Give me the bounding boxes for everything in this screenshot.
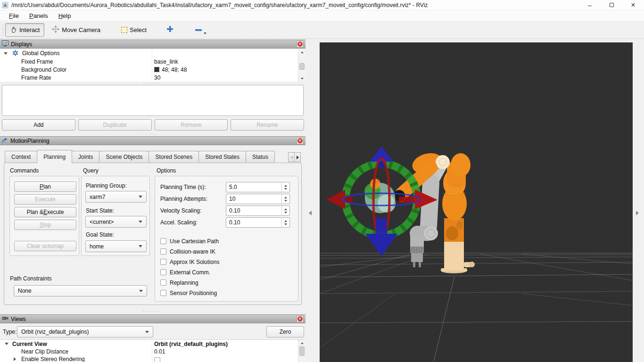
accel-scaling-spinbox[interactable]: 0.10 — [226, 217, 290, 228]
tab-scroll-right-icon[interactable] — [294, 152, 301, 162]
query-group-box: Planning Group: xarm7 Start State: <curr… — [81, 176, 150, 256]
planning-group-combo[interactable]: xarm7 — [85, 191, 147, 203]
views-close-button[interactable]: × — [297, 315, 304, 322]
remove-tool-button[interactable] — [190, 23, 211, 37]
plan-and-execute-button[interactable]: Plan & Execute — [14, 207, 76, 217]
splitter-handle[interactable] — [142, 311, 159, 312]
tab-joints[interactable]: Joints — [72, 151, 99, 163]
splitter-handle[interactable] — [142, 82, 159, 84]
displays-button-row: Add Duplicate Remove Rename — [2, 119, 304, 131]
displays-scrollbar[interactable] — [298, 49, 305, 82]
views-scrollbar[interactable] — [298, 340, 305, 362]
collapsed-arrow-icon[interactable] — [14, 357, 16, 361]
zero-button[interactable]: Zero — [266, 326, 304, 337]
combo-arrow-icon — [139, 196, 142, 198]
displays-close-button[interactable]: × — [297, 41, 304, 48]
menu-file[interactable]: File — [4, 11, 24, 20]
views-type-combo[interactable]: Orbit (rviz_default_plugins) — [17, 326, 153, 337]
menu-panels[interactable]: Panels — [24, 11, 53, 20]
path-constraints-label: Path Constraints — [10, 275, 52, 282]
rename-display-button[interactable]: Rename — [231, 119, 304, 131]
execute-button[interactable]: Execute — [14, 194, 76, 205]
tab-planning[interactable]: Planning — [37, 150, 72, 163]
tab-scroll-left-icon[interactable] — [288, 152, 295, 162]
checkbox-icon[interactable] — [154, 357, 160, 362]
planning-time-spinbox[interactable]: 5.0 — [226, 182, 290, 192]
remove-display-button[interactable]: Remove — [155, 119, 228, 131]
spinner-arrows-icon — [281, 194, 289, 204]
checkbox-icon — [160, 248, 166, 255]
tree-row-enable-stereo-rendering[interactable]: Enable Stereo Rendering — [0, 355, 305, 362]
sensor-positioning-checkbox[interactable]: Sensor Positioning — [160, 289, 217, 296]
tab-scene-objects[interactable]: Scene Objects — [99, 151, 149, 163]
rviz-app-icon — [2, 2, 8, 8]
tree-row-global-options[interactable]: Global Options — [0, 49, 305, 58]
close-window-icon[interactable]: × — [622, 0, 644, 10]
planning-attempts-spinbox[interactable]: 10 — [226, 194, 290, 204]
use-cartesian-path-checkbox[interactable]: Use Cartesian Path — [160, 238, 219, 245]
clear-octomap-button[interactable]: Clear octomap — [14, 241, 76, 251]
tab-stored-states[interactable]: Stored States — [198, 151, 246, 163]
goal-state-combo[interactable]: home — [85, 240, 147, 252]
3d-viewport[interactable] — [320, 42, 633, 362]
tool-bar: Interact Move Camera Select — [0, 21, 644, 39]
tab-status[interactable]: Status — [246, 151, 275, 163]
combo-arrow-icon — [139, 245, 142, 247]
checkbox-icon — [160, 269, 166, 275]
spinner-arrows-icon — [281, 182, 289, 192]
commands-section-label: Commands — [10, 167, 39, 174]
tree-row-background-color[interactable]: Background Color 48; 48; 48 — [0, 66, 305, 74]
tree-row-fixed-frame[interactable]: Fixed Frame base_link — [0, 58, 305, 66]
motionplanning-close-button[interactable]: × — [297, 137, 304, 144]
external-comm-checkbox[interactable]: External Comm. — [160, 269, 210, 276]
tree-row-frame-rate[interactable]: Frame Rate 30 — [0, 74, 305, 82]
panel-collapse-handle-right[interactable] — [636, 211, 639, 215]
start-state-combo[interactable]: <current> — [85, 216, 147, 228]
combo-arrow-icon — [145, 331, 149, 333]
approx-ik-solutions-checkbox[interactable]: Approx IK Solutions — [160, 258, 219, 265]
maximize-icon[interactable] — [601, 0, 622, 10]
tab-stored-scenes[interactable]: Stored Scenes — [149, 151, 199, 163]
display-description-box — [2, 85, 304, 116]
add-display-button[interactable]: Add — [2, 119, 75, 131]
tree-row-near-clip-distance[interactable]: Near Clip Distance 0.01 — [0, 348, 305, 355]
motionplanning-panel-header[interactable]: MotionPlanning × — [0, 136, 305, 145]
motionplanning-tabs: Context Planning Joints Scene Objects St… — [5, 149, 274, 163]
stop-button[interactable]: Stop — [14, 220, 76, 230]
minimize-icon[interactable]: – — [579, 0, 601, 10]
close-icon: × — [297, 138, 303, 143]
collision-aware-ik-checkbox[interactable]: Collision-aware IK — [160, 248, 215, 255]
toolbar-drag-handle[interactable] — [1, 24, 4, 36]
accel-scaling-label: Accel. Scaling: — [160, 219, 198, 226]
motionplanning-panel-title: MotionPlanning — [10, 138, 50, 144]
close-icon: × — [297, 316, 303, 321]
title-bar[interactable]: /mnt/c/Users/abdul/Documents/Aurora_Robo… — [0, 0, 644, 10]
rviz-window: /mnt/c/Users/abdul/Documents/Aurora_Robo… — [0, 0, 644, 362]
select-tool-button[interactable]: Select — [116, 23, 151, 37]
scroll-up-icon — [298, 340, 305, 346]
scroll-up-icon — [298, 49, 305, 55]
ground-grid — [320, 253, 633, 361]
expand-arrow-icon[interactable] — [5, 343, 8, 345]
move-arrows-icon — [52, 25, 59, 34]
scene-canvas — [320, 42, 633, 362]
views-panel-header[interactable]: Views × — [0, 314, 305, 323]
options-group-box: Planning Time (s): 5.0 Planning Attempts… — [155, 176, 298, 302]
panel-collapse-handle-left[interactable] — [309, 211, 312, 215]
plan-button[interactable]: Plan — [14, 181, 76, 192]
splitter-handle[interactable] — [142, 133, 159, 135]
move-camera-tool-button[interactable]: Move Camera — [47, 23, 105, 37]
displays-panel-header[interactable]: Displays × — [0, 40, 305, 49]
path-constraints-combo[interactable]: None — [14, 285, 147, 296]
tab-context[interactable]: Context — [5, 151, 37, 163]
combo-arrow-icon — [139, 290, 143, 292]
spinner-arrows-icon — [281, 206, 289, 215]
menu-help[interactable]: Help — [53, 11, 76, 20]
duplicate-display-button[interactable]: Duplicate — [78, 119, 152, 131]
add-tool-button[interactable] — [162, 23, 178, 37]
velocity-scaling-spinbox[interactable]: 0.10 — [226, 206, 290, 216]
replanning-checkbox[interactable]: Replanning — [160, 279, 198, 286]
interact-tool-button[interactable]: Interact — [5, 23, 44, 37]
tree-row-current-view[interactable]: Current View Orbit (rviz_default_plugins… — [0, 340, 305, 348]
expand-arrow-icon[interactable] — [4, 52, 8, 55]
